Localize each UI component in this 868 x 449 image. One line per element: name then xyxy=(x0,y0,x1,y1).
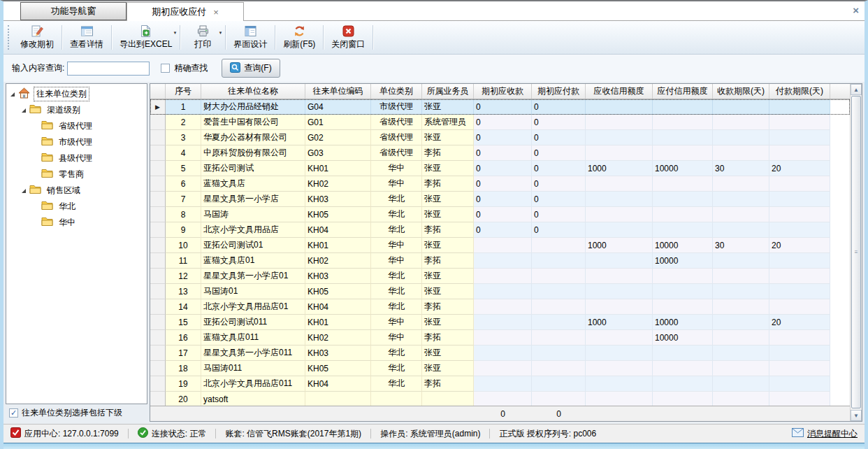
row-selector[interactable] xyxy=(150,207,166,222)
table-cell xyxy=(474,269,532,284)
row-selector[interactable] xyxy=(150,345,166,361)
table-row[interactable]: 4中原科贸股份有限公司G03省级代理李拓00 xyxy=(150,145,850,161)
row-selector[interactable] xyxy=(150,192,166,207)
scrollbar-thumb[interactable]: ≡ xyxy=(851,96,861,408)
tree-root-item[interactable]: 往来单位类别 xyxy=(6,86,147,102)
search-label: 输入内容查询: xyxy=(12,62,64,74)
row-selector[interactable] xyxy=(150,115,166,130)
scroll-down-icon[interactable]: ▼ xyxy=(851,410,862,421)
search-input[interactable] xyxy=(67,62,150,76)
tab-close-icon[interactable]: × xyxy=(213,7,219,17)
tree-leaf-item[interactable]: 华北 xyxy=(6,199,147,215)
view-details-button[interactable]: 查看详情 xyxy=(63,21,110,54)
table-cell: 华北 xyxy=(371,376,422,392)
table-row[interactable]: 7星星文具第一小学店KH03华北张亚00 xyxy=(150,192,850,207)
table-row[interactable]: ▶1财大办公用品经销处G04市级代理张亚00 xyxy=(150,99,850,115)
account-set-status-text: 账套: 信管飞RMS账套(2017年第1期) xyxy=(225,428,361,440)
row-selector[interactable] xyxy=(150,330,166,345)
table-cell: 李拓 xyxy=(422,145,474,161)
query-button[interactable]: 查询(F) xyxy=(222,59,280,78)
table-cell: 省级代理 xyxy=(371,115,422,130)
table-row[interactable]: 20yatsoft xyxy=(150,392,850,406)
table-row[interactable]: 5亚拓公司测试KH01华中张亚001000100003020 xyxy=(150,161,850,176)
table-row[interactable]: 18马国涛011KH05华北张亚 xyxy=(150,361,850,376)
column-header[interactable]: 应付信用额度 xyxy=(653,84,713,99)
table-row[interactable]: 3华夏办公器材有限公司G02省级代理张亚00 xyxy=(150,130,850,145)
expand-triangle-icon[interactable] xyxy=(10,92,15,97)
row-selector[interactable] xyxy=(150,253,166,269)
table-row[interactable]: 16蓝猫文具店011KH02华中李拓10000 xyxy=(150,330,850,345)
column-header[interactable]: 往来单位编码 xyxy=(305,84,371,99)
window-close-icon[interactable]: × xyxy=(853,4,859,16)
row-selector[interactable] xyxy=(150,376,166,392)
row-selector[interactable] xyxy=(150,222,166,238)
row-selector[interactable] xyxy=(150,238,166,253)
tree-leaf-item[interactable]: 市级代理 xyxy=(6,134,147,150)
row-selector[interactable] xyxy=(150,315,166,330)
refresh-button[interactable]: 刷新(F5) xyxy=(276,21,322,54)
modify-initial-button[interactable]: 修改期初 xyxy=(13,21,61,54)
scroll-up-icon[interactable]: ▲ xyxy=(851,84,862,95)
table-cell: 20 xyxy=(769,238,830,253)
table-row[interactable]: 6蓝猫文具店KH02华中李拓00 xyxy=(150,176,850,192)
tree-leaf-item[interactable]: 华中 xyxy=(6,215,147,231)
column-header[interactable]: 期初应付款 xyxy=(532,84,586,99)
tree-group-item[interactable]: 销售区域 xyxy=(6,183,147,199)
column-header[interactable]: 单位类别 xyxy=(371,84,422,99)
print-button[interactable]: 打印▼ xyxy=(181,21,224,54)
row-selector[interactable] xyxy=(150,284,166,299)
ui-design-button[interactable]: 界面设计 xyxy=(226,21,274,54)
column-header[interactable]: 序号 xyxy=(166,84,201,99)
table-cell xyxy=(713,207,769,222)
row-selector[interactable] xyxy=(150,176,166,192)
row-selector[interactable] xyxy=(150,392,166,406)
table-row[interactable]: 9北京小学文具用品店KH04华北李拓00 xyxy=(150,222,850,238)
include-sub-checkbox[interactable]: ✓ xyxy=(9,408,18,418)
expand-triangle-icon[interactable] xyxy=(22,189,26,193)
tab-function-navigator[interactable]: 功能导航窗 xyxy=(20,2,126,20)
row-selector[interactable] xyxy=(150,299,166,315)
tree-leaf-item[interactable]: 县级代理 xyxy=(6,150,147,166)
row-selector[interactable] xyxy=(150,161,166,176)
close-window-button[interactable]: 关闭窗口 xyxy=(324,21,372,54)
table-row[interactable]: 8马国涛KH05华北张亚00 xyxy=(150,207,850,222)
expand-triangle-icon[interactable] xyxy=(22,108,26,113)
exact-match-checkbox[interactable] xyxy=(161,64,170,73)
table-cell xyxy=(586,176,653,192)
column-header[interactable]: 收款期限(天) xyxy=(713,84,769,99)
table-row[interactable]: 19北京小学文具用品店011KH04华北李拓 xyxy=(150,376,850,392)
app-center-icon xyxy=(10,427,21,440)
row-selector[interactable] xyxy=(150,361,166,376)
dropdown-arrow-icon[interactable]: ▼ xyxy=(173,31,177,35)
column-header[interactable]: 期初应收款 xyxy=(474,84,532,99)
table-row[interactable]: 14北京小学文具用品店01KH04华北李拓 xyxy=(150,299,850,315)
tree-group-item[interactable]: 渠道级别 xyxy=(6,102,147,118)
column-header[interactable]: 所属业务员 xyxy=(422,84,474,99)
table-cell: KH04 xyxy=(305,376,371,392)
folder-icon xyxy=(41,136,53,148)
export-excel-button[interactable]: 导出到EXCEL▼ xyxy=(113,21,179,54)
table-row[interactable]: 13马国涛01KH05华北张亚 xyxy=(150,284,850,299)
tab-initial-receivable-payable[interactable]: 期初应收应付 × xyxy=(126,2,244,21)
tree-leaf-item[interactable]: 零售商 xyxy=(6,166,147,183)
vertical-scrollbar[interactable]: ▲ ≡ ▼ xyxy=(850,84,862,421)
column-header[interactable]: 付款期限(天) xyxy=(769,84,830,99)
message-center-link[interactable]: 消息提醒中心 xyxy=(792,428,858,440)
row-selector[interactable] xyxy=(150,145,166,161)
table-row[interactable]: 12星星文具第一小学店01KH03华北张亚 xyxy=(150,269,850,284)
table-row[interactable]: 15亚拓公司测试011KH01华中张亚10001000020 xyxy=(150,315,850,330)
row-selector[interactable] xyxy=(150,130,166,145)
row-selector[interactable] xyxy=(150,269,166,284)
dropdown-arrow-icon[interactable]: ▼ xyxy=(218,31,222,35)
tree-leaf-item[interactable]: 省级代理 xyxy=(6,118,147,134)
table-row[interactable]: 10亚拓公司测试01KH01华中张亚1000100003020 xyxy=(150,238,850,253)
column-header[interactable]: 应收信用额度 xyxy=(586,84,653,99)
table-cell xyxy=(532,392,586,406)
table-row[interactable]: 2爱普生中国有限公司G01省级代理系统管理员00 xyxy=(150,115,850,130)
summary-cell xyxy=(166,406,201,421)
table-row[interactable]: 17星星文具第一小学店011KH03华北张亚 xyxy=(150,345,850,361)
column-header[interactable]: 往来单位名称 xyxy=(201,84,305,99)
table-row[interactable]: 11蓝猫文具店01KH02华中李拓10000 xyxy=(150,253,850,269)
close-window-button-label: 关闭窗口 xyxy=(331,38,365,50)
row-selector[interactable]: ▶ xyxy=(150,99,166,115)
